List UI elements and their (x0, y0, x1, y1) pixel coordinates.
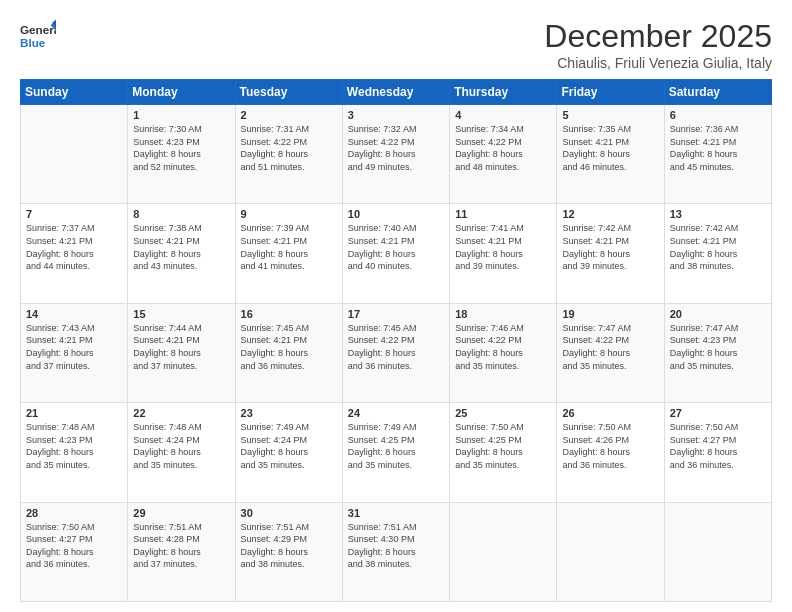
cell-info: and 40 minutes. (348, 260, 444, 273)
cell-info: Sunrise: 7:44 AM (133, 322, 229, 335)
cell-info: Daylight: 8 hours (455, 248, 551, 261)
day-number: 9 (241, 208, 337, 220)
cell-info: Sunrise: 7:51 AM (133, 521, 229, 534)
cell-info: Sunset: 4:22 PM (455, 136, 551, 149)
day-number: 19 (562, 308, 658, 320)
cell-info: and 35 minutes. (562, 360, 658, 373)
cell-info: and 35 minutes. (670, 360, 766, 373)
cell-info: and 45 minutes. (670, 161, 766, 174)
cell-info: Sunrise: 7:48 AM (133, 421, 229, 434)
calendar-cell: 16Sunrise: 7:45 AMSunset: 4:21 PMDayligh… (235, 303, 342, 402)
cell-info: Sunset: 4:22 PM (455, 334, 551, 347)
calendar-cell: 24Sunrise: 7:49 AMSunset: 4:25 PMDayligh… (342, 403, 449, 502)
calendar-cell: 9Sunrise: 7:39 AMSunset: 4:21 PMDaylight… (235, 204, 342, 303)
cell-info: Daylight: 8 hours (348, 446, 444, 459)
cell-info: Daylight: 8 hours (26, 248, 122, 261)
cell-info: Daylight: 8 hours (133, 248, 229, 261)
cell-info: Sunset: 4:21 PM (26, 235, 122, 248)
day-number: 12 (562, 208, 658, 220)
cell-info: Sunrise: 7:35 AM (562, 123, 658, 136)
calendar-cell (21, 105, 128, 204)
cell-info: and 36 minutes. (348, 360, 444, 373)
cell-info: and 46 minutes. (562, 161, 658, 174)
cell-info: Sunrise: 7:40 AM (348, 222, 444, 235)
cell-info: and 44 minutes. (26, 260, 122, 273)
cell-info: and 36 minutes. (26, 558, 122, 571)
cell-info: Sunrise: 7:47 AM (670, 322, 766, 335)
cell-info: Sunrise: 7:48 AM (26, 421, 122, 434)
cell-info: Sunset: 4:21 PM (241, 334, 337, 347)
cell-info: Sunset: 4:27 PM (26, 533, 122, 546)
cell-info: Sunset: 4:23 PM (670, 334, 766, 347)
calendar-cell (557, 502, 664, 601)
day-number: 26 (562, 407, 658, 419)
cell-info: Sunset: 4:21 PM (133, 334, 229, 347)
cell-info: Daylight: 8 hours (670, 446, 766, 459)
cell-info: and 51 minutes. (241, 161, 337, 174)
cell-info: Sunrise: 7:38 AM (133, 222, 229, 235)
day-number: 16 (241, 308, 337, 320)
cell-info: Daylight: 8 hours (562, 148, 658, 161)
col-header-tuesday: Tuesday (235, 80, 342, 105)
title-block: December 2025 Chiaulis, Friuli Venezia G… (544, 18, 772, 71)
day-number: 8 (133, 208, 229, 220)
cell-info: Daylight: 8 hours (241, 148, 337, 161)
day-number: 25 (455, 407, 551, 419)
cell-info: Daylight: 8 hours (133, 546, 229, 559)
cell-info: Daylight: 8 hours (562, 248, 658, 261)
calendar-cell: 4Sunrise: 7:34 AMSunset: 4:22 PMDaylight… (450, 105, 557, 204)
cell-info: Sunrise: 7:51 AM (241, 521, 337, 534)
cell-info: Sunset: 4:21 PM (133, 235, 229, 248)
calendar-cell: 31Sunrise: 7:51 AMSunset: 4:30 PMDayligh… (342, 502, 449, 601)
cell-info: Daylight: 8 hours (670, 347, 766, 360)
cell-info: and 39 minutes. (455, 260, 551, 273)
day-number: 21 (26, 407, 122, 419)
cell-info: and 43 minutes. (133, 260, 229, 273)
calendar-cell: 8Sunrise: 7:38 AMSunset: 4:21 PMDaylight… (128, 204, 235, 303)
cell-info: Sunrise: 7:30 AM (133, 123, 229, 136)
calendar-cell (450, 502, 557, 601)
calendar-cell: 10Sunrise: 7:40 AMSunset: 4:21 PMDayligh… (342, 204, 449, 303)
cell-info: Sunset: 4:30 PM (348, 533, 444, 546)
day-number: 24 (348, 407, 444, 419)
cell-info: Sunset: 4:22 PM (348, 136, 444, 149)
day-number: 31 (348, 507, 444, 519)
cell-info: and 49 minutes. (348, 161, 444, 174)
cell-info: Daylight: 8 hours (133, 148, 229, 161)
cell-info: Sunset: 4:25 PM (455, 434, 551, 447)
cell-info: Sunset: 4:24 PM (241, 434, 337, 447)
day-number: 27 (670, 407, 766, 419)
cell-info: and 37 minutes. (133, 360, 229, 373)
cell-info: Sunset: 4:22 PM (348, 334, 444, 347)
cell-info: and 36 minutes. (241, 360, 337, 373)
cell-info: and 52 minutes. (133, 161, 229, 174)
day-number: 5 (562, 109, 658, 121)
cell-info: and 38 minutes. (241, 558, 337, 571)
calendar-cell: 20Sunrise: 7:47 AMSunset: 4:23 PMDayligh… (664, 303, 771, 402)
cell-info: Sunrise: 7:47 AM (562, 322, 658, 335)
calendar-cell: 14Sunrise: 7:43 AMSunset: 4:21 PMDayligh… (21, 303, 128, 402)
cell-info: Sunrise: 7:51 AM (348, 521, 444, 534)
cell-info: and 36 minutes. (562, 459, 658, 472)
cell-info: and 41 minutes. (241, 260, 337, 273)
calendar-cell: 11Sunrise: 7:41 AMSunset: 4:21 PMDayligh… (450, 204, 557, 303)
cell-info: Sunrise: 7:31 AM (241, 123, 337, 136)
logo: General Blue (20, 18, 56, 54)
cell-info: Sunrise: 7:36 AM (670, 123, 766, 136)
cell-info: Sunset: 4:27 PM (670, 434, 766, 447)
calendar-cell: 23Sunrise: 7:49 AMSunset: 4:24 PMDayligh… (235, 403, 342, 502)
cell-info: and 35 minutes. (455, 360, 551, 373)
calendar-cell: 7Sunrise: 7:37 AMSunset: 4:21 PMDaylight… (21, 204, 128, 303)
calendar-cell: 22Sunrise: 7:48 AMSunset: 4:24 PMDayligh… (128, 403, 235, 502)
day-number: 30 (241, 507, 337, 519)
day-number: 15 (133, 308, 229, 320)
day-number: 2 (241, 109, 337, 121)
cell-info: Daylight: 8 hours (241, 546, 337, 559)
general-blue-logo-icon: General Blue (20, 18, 56, 54)
cell-info: Sunrise: 7:41 AM (455, 222, 551, 235)
cell-info: Sunrise: 7:46 AM (455, 322, 551, 335)
cell-info: and 35 minutes. (348, 459, 444, 472)
cell-info: and 48 minutes. (455, 161, 551, 174)
col-header-sunday: Sunday (21, 80, 128, 105)
cell-info: Sunrise: 7:42 AM (670, 222, 766, 235)
